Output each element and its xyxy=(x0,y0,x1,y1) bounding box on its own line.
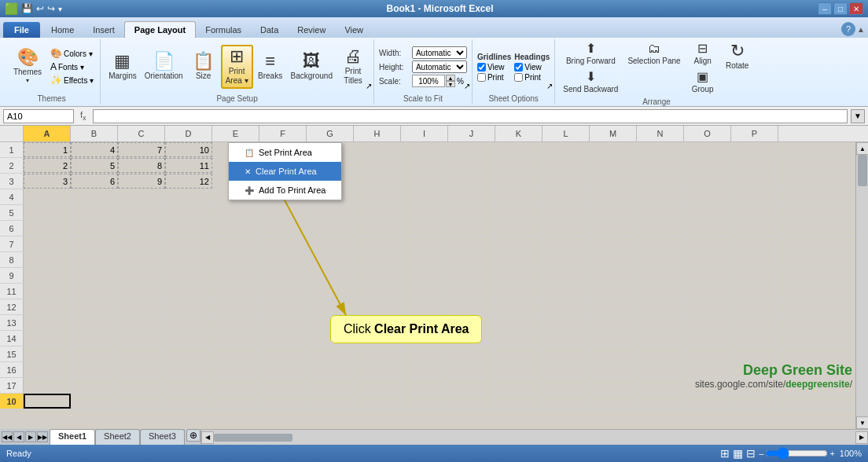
cell-6-0[interactable] xyxy=(24,221,71,236)
cell-9-7[interactable] xyxy=(354,268,401,283)
print-area-button[interactable]: ⊞ PrintArea ▾ xyxy=(221,45,253,89)
cell-5-6[interactable] xyxy=(307,205,354,220)
new-sheet-button[interactable]: ⊕ xyxy=(186,429,200,442)
col-header-L[interactable]: L xyxy=(542,126,590,141)
cell-4-7[interactable] xyxy=(354,189,401,204)
cell-13-5[interactable] xyxy=(259,315,307,330)
cell-9-10[interactable] xyxy=(495,268,542,283)
cell-P2[interactable] xyxy=(731,158,778,173)
cell-15-2[interactable] xyxy=(118,346,165,361)
cell-6-8[interactable] xyxy=(401,221,448,236)
page-setup-expand[interactable]: ↗ xyxy=(366,82,372,90)
collapse-ribbon[interactable]: ▲ xyxy=(857,25,865,34)
cell-4-11[interactable] xyxy=(542,189,590,204)
cell-12-0[interactable] xyxy=(24,299,71,314)
selection-pane-button[interactable]: 🗂 Selection Pane xyxy=(624,41,683,68)
zoom-in-button[interactable]: + xyxy=(829,449,834,458)
quick-redo[interactable]: ↪ xyxy=(47,3,55,14)
cell-7-11[interactable] xyxy=(542,236,590,251)
cell-16-6[interactable] xyxy=(307,362,354,377)
cell-H2[interactable] xyxy=(354,158,401,173)
cell-F10[interactable] xyxy=(259,394,307,409)
cell-9-8[interactable] xyxy=(401,268,448,283)
cell-J2[interactable] xyxy=(448,158,495,173)
tab-home[interactable]: Home xyxy=(42,22,83,38)
row-header-3[interactable]: 3 xyxy=(0,174,24,189)
cell-4-10[interactable] xyxy=(495,189,542,204)
scale-up[interactable]: ▲ xyxy=(446,75,455,81)
cell-13-11[interactable] xyxy=(542,315,590,330)
cell-17-13[interactable] xyxy=(637,378,684,393)
cell-14-0[interactable] xyxy=(24,331,71,346)
effects-button[interactable]: ✨ Effects ▾ xyxy=(49,74,95,86)
quick-save[interactable]: 💾 xyxy=(21,3,33,14)
cell-12-2[interactable] xyxy=(118,299,165,314)
cell-9-0[interactable] xyxy=(24,268,71,283)
scale-down[interactable]: ▼ xyxy=(446,81,455,87)
cell-7-3[interactable] xyxy=(165,236,212,251)
tab-review[interactable]: Review xyxy=(288,22,335,38)
row-header-6[interactable]: 6 xyxy=(0,221,24,236)
cell-P1[interactable] xyxy=(731,142,778,157)
cell-5-5[interactable] xyxy=(259,205,307,220)
cell-A10[interactable] xyxy=(24,394,71,409)
cell-12-1[interactable] xyxy=(71,299,118,314)
cell-K2[interactable] xyxy=(495,158,542,173)
cell-8-3[interactable] xyxy=(165,252,212,267)
minimize-button[interactable]: – xyxy=(818,2,832,15)
bring-forward-button[interactable]: ⬆ Bring Forward xyxy=(560,41,621,68)
row-header-2[interactable]: 2 xyxy=(0,158,24,173)
themes-button[interactable]: 🎨 Themes ▾ xyxy=(8,47,47,86)
zoom-out-button[interactable]: – xyxy=(759,449,763,458)
cell-8-12[interactable] xyxy=(590,252,637,267)
close-button[interactable]: ✕ xyxy=(849,2,863,15)
cell-11-8[interactable] xyxy=(401,284,448,299)
scroll-down-button[interactable]: ▼ xyxy=(856,416,868,429)
col-header-D[interactable]: D xyxy=(165,126,212,141)
row-header-12[interactable]: 12 xyxy=(0,299,24,314)
cell-4-13[interactable] xyxy=(637,189,684,204)
cell-8-7[interactable] xyxy=(354,252,401,267)
cell-15-9[interactable] xyxy=(448,346,495,361)
cell-C2[interactable]: 8 xyxy=(118,158,165,173)
col-header-A[interactable]: A xyxy=(24,126,71,141)
cell-6-13[interactable] xyxy=(637,221,684,236)
cell-4-15[interactable] xyxy=(731,189,778,204)
cell-L2[interactable] xyxy=(542,158,590,173)
scrollbar-track-v[interactable] xyxy=(856,155,868,416)
cell-L3[interactable] xyxy=(542,174,590,189)
cell-17-0[interactable] xyxy=(24,378,71,393)
height-select[interactable]: Automatic 1 page 2 pages xyxy=(412,60,467,73)
cell-16-1[interactable] xyxy=(71,362,118,377)
cell-12-6[interactable] xyxy=(307,299,354,314)
cell-6-11[interactable] xyxy=(542,221,590,236)
cell-G10[interactable] xyxy=(307,394,354,409)
cell-15-15[interactable] xyxy=(731,346,778,361)
margins-button[interactable]: ▦ Margins xyxy=(105,51,140,82)
cell-L1[interactable] xyxy=(542,142,590,157)
tab-file[interactable]: File xyxy=(3,22,40,38)
width-select[interactable]: Automatic 1 page 2 pages xyxy=(412,46,467,59)
cell-6-4[interactable] xyxy=(212,221,259,236)
cell-9-3[interactable] xyxy=(165,268,212,283)
col-header-K[interactable]: K xyxy=(495,126,542,141)
cell-17-11[interactable] xyxy=(542,378,590,393)
cell-8-13[interactable] xyxy=(637,252,684,267)
cell-C1[interactable]: 7 xyxy=(118,142,165,157)
cell-13-12[interactable] xyxy=(590,315,637,330)
breaks-button[interactable]: ≡ Breaks xyxy=(255,51,286,82)
cell-4-1[interactable] xyxy=(71,189,118,204)
col-header-B[interactable]: B xyxy=(71,126,118,141)
cell-I3[interactable] xyxy=(401,174,448,189)
cell-N3[interactable] xyxy=(637,174,684,189)
maximize-button[interactable]: □ xyxy=(833,2,848,15)
scale-expand[interactable]: ↗ xyxy=(464,82,470,90)
cell-13-13[interactable] xyxy=(637,315,684,330)
col-header-N[interactable]: N xyxy=(637,126,684,141)
cell-M3[interactable] xyxy=(590,174,637,189)
row-header-7[interactable]: 7 xyxy=(0,236,24,251)
cell-16-12[interactable] xyxy=(590,362,637,377)
cell-I2[interactable] xyxy=(401,158,448,173)
cell-17-5[interactable] xyxy=(259,378,307,393)
cell-9-15[interactable] xyxy=(731,268,778,283)
